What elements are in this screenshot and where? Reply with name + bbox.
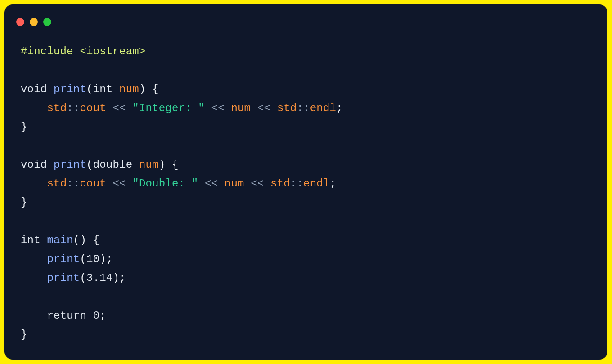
code-line: print(3.14); [21, 272, 126, 284]
code-line: } [21, 196, 27, 209]
ident-endl: endl [310, 102, 336, 114]
semicolon: ; [336, 102, 343, 114]
lparen: ( [86, 159, 93, 171]
space [146, 83, 153, 95]
stream-op: << [257, 102, 270, 114]
space [218, 178, 225, 190]
space [86, 234, 93, 246]
ident-endl: endl [303, 178, 329, 190]
function-name: main [47, 234, 73, 246]
space [106, 102, 113, 114]
function-name: print [54, 83, 86, 95]
rparen: ) [80, 234, 86, 246]
ident-std: std [47, 178, 67, 190]
semicolon: ; [119, 272, 126, 284]
rparen: ) [139, 83, 146, 95]
code-block: #include <iostream> void print(int num) … [4, 30, 608, 353]
lparen: ( [80, 253, 86, 265]
space [225, 102, 231, 114]
lbrace: { [172, 159, 179, 171]
number-literal: 10 [86, 253, 99, 265]
code-line: std::cout << "Double: " << num << std::e… [21, 178, 336, 190]
space [270, 102, 277, 114]
minimize-icon[interactable] [30, 18, 38, 26]
rbrace: } [21, 121, 27, 133]
space [40, 234, 47, 246]
indent [21, 253, 47, 265]
param-num: num [139, 159, 159, 171]
zoom-icon[interactable] [43, 18, 51, 26]
ident-cout: cout [80, 102, 106, 114]
lbrace: { [93, 234, 100, 246]
code-line: void print(double num) { [21, 159, 179, 171]
ident-std: std [277, 102, 297, 114]
code-line: return 0; [21, 310, 106, 322]
function-name: print [54, 159, 86, 171]
scope-op: :: [290, 178, 303, 190]
rbrace: } [21, 328, 27, 341]
space [198, 178, 205, 190]
stream-op: << [112, 102, 126, 114]
rparen: ) [99, 253, 106, 265]
ident-num: num [225, 178, 244, 190]
lparen: ( [80, 272, 86, 284]
keyword-void: void [21, 159, 47, 171]
space [244, 178, 251, 190]
call-print: print [47, 253, 80, 265]
code-line: } [21, 121, 27, 133]
code-window: #include <iostream> void print(int num) … [4, 4, 608, 360]
rparen: ) [159, 159, 166, 171]
window-titlebar [4, 4, 608, 30]
stream-op: << [212, 102, 225, 114]
code-line: #include <iostream> [21, 45, 145, 58]
code-line: } [21, 328, 27, 341]
semicolon: ; [329, 178, 336, 190]
lparen: ( [73, 234, 80, 246]
code-line: print(10); [21, 253, 112, 265]
ident-std: std [270, 178, 290, 190]
space [86, 310, 93, 322]
semicolon: ; [99, 310, 106, 322]
space [132, 159, 139, 171]
preprocessor-directive: #include <iostream> [21, 45, 145, 58]
scope-op: :: [67, 102, 80, 114]
type-int: int [93, 83, 113, 95]
semicolon: ; [106, 253, 113, 265]
param-num: num [119, 83, 139, 95]
number-literal: 0 [93, 310, 100, 322]
stream-op: << [112, 178, 126, 190]
space [165, 159, 172, 171]
scope-op: :: [67, 178, 80, 190]
code-line: void print(int num) { [21, 83, 159, 95]
indent [21, 178, 47, 190]
scope-op: :: [297, 102, 310, 114]
number-literal: 3.14 [86, 272, 112, 284]
type-double: double [93, 159, 133, 171]
space [126, 178, 133, 190]
indent [21, 310, 47, 322]
rparen: ) [112, 272, 119, 284]
space [47, 83, 54, 95]
string-literal: "Double: " [132, 178, 198, 190]
space [47, 159, 54, 171]
lbrace: { [152, 83, 159, 95]
string-literal: "Integer: " [132, 102, 205, 114]
stream-op: << [251, 178, 264, 190]
code-line: int main() { [21, 234, 99, 246]
keyword-void: void [21, 83, 47, 95]
keyword-return: return [47, 310, 86, 322]
type-int: int [21, 234, 40, 246]
code-line: std::cout << "Integer: " << num << std::… [21, 102, 343, 114]
stream-op: << [205, 178, 218, 190]
space [264, 178, 270, 190]
indent [21, 102, 47, 114]
rbrace: } [21, 196, 27, 209]
ident-std: std [47, 102, 67, 114]
call-print: print [47, 272, 80, 284]
close-icon[interactable] [16, 18, 24, 26]
ident-num: num [231, 102, 251, 114]
space [106, 178, 113, 190]
space [251, 102, 257, 114]
space [112, 83, 119, 95]
space [126, 102, 133, 114]
